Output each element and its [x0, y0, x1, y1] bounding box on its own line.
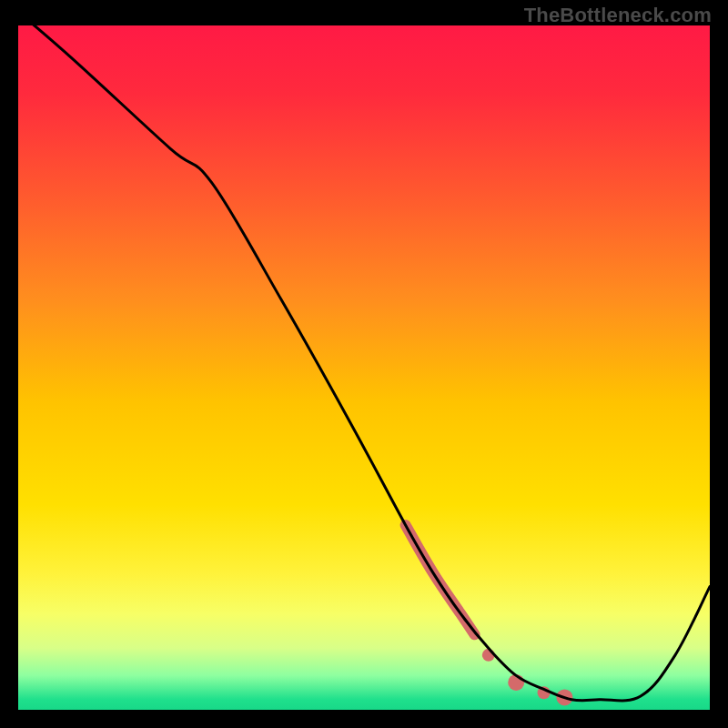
plot-area	[18, 25, 710, 710]
chart-frame: TheBottleneck.com	[0, 0, 728, 728]
watermark-text: TheBottleneck.com	[524, 4, 712, 27]
chart-background	[18, 25, 710, 710]
chart-svg	[18, 25, 710, 710]
